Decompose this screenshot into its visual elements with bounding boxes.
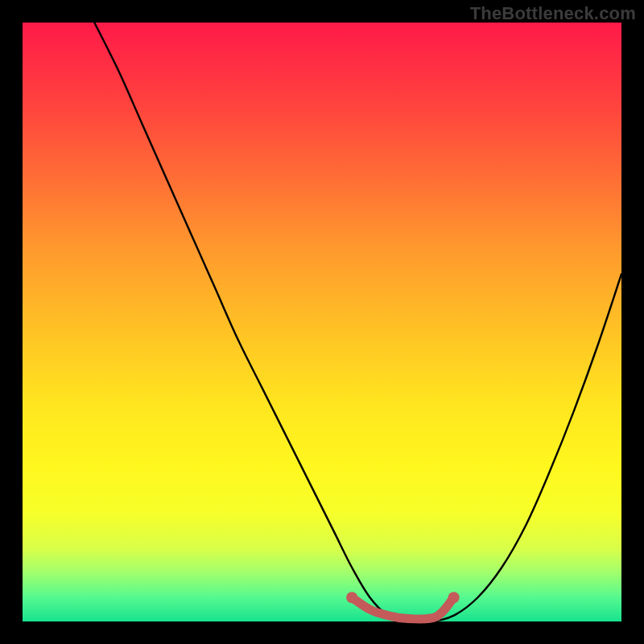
plot-area [23,23,621,621]
curve-svg [23,23,621,621]
bottleneck-curve [94,23,621,622]
highlight-dot-start [346,592,357,603]
chart-frame: TheBottleneck.com [0,0,644,644]
watermark-text: TheBottleneck.com [470,3,636,24]
highlight-segment [352,597,453,619]
highlight-dot-end [448,592,460,603]
